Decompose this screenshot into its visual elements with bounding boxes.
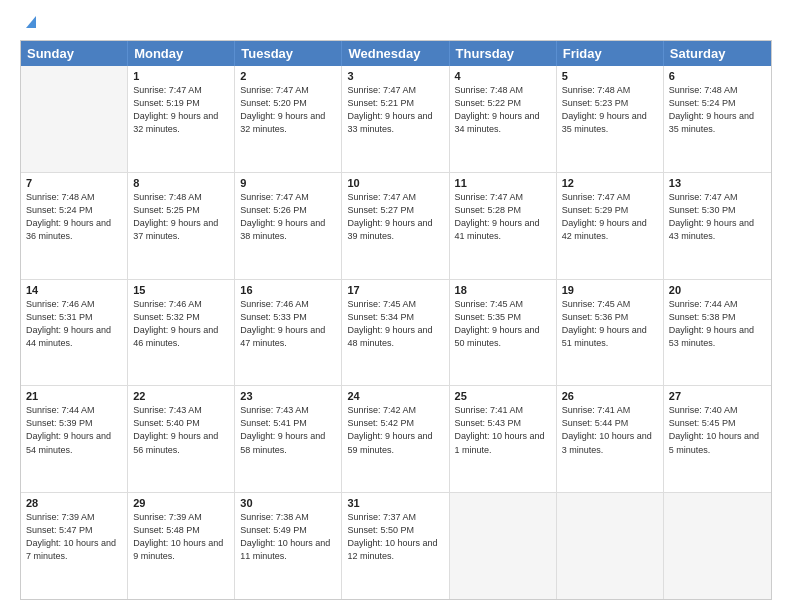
cell-info: Sunrise: 7:40 AM Sunset: 5:45 PM Dayligh…: [669, 404, 766, 456]
calendar-cell: 7Sunrise: 7:48 AM Sunset: 5:24 PM Daylig…: [21, 173, 128, 279]
cell-info: Sunrise: 7:45 AM Sunset: 5:36 PM Dayligh…: [562, 298, 658, 350]
calendar-header: SundayMondayTuesdayWednesdayThursdayFrid…: [21, 41, 771, 66]
calendar-cell: 16Sunrise: 7:46 AM Sunset: 5:33 PM Dayli…: [235, 280, 342, 386]
cell-info: Sunrise: 7:39 AM Sunset: 5:48 PM Dayligh…: [133, 511, 229, 563]
calendar-cell: 3Sunrise: 7:47 AM Sunset: 5:21 PM Daylig…: [342, 66, 449, 172]
calendar-cell: 5Sunrise: 7:48 AM Sunset: 5:23 PM Daylig…: [557, 66, 664, 172]
calendar-header-cell: Tuesday: [235, 41, 342, 66]
day-number: 2: [240, 70, 336, 82]
calendar-header-cell: Sunday: [21, 41, 128, 66]
calendar-cell: 11Sunrise: 7:47 AM Sunset: 5:28 PM Dayli…: [450, 173, 557, 279]
day-number: 10: [347, 177, 443, 189]
day-number: 12: [562, 177, 658, 189]
calendar-cell: [450, 493, 557, 599]
cell-info: Sunrise: 7:47 AM Sunset: 5:27 PM Dayligh…: [347, 191, 443, 243]
day-number: 22: [133, 390, 229, 402]
calendar-cell: 19Sunrise: 7:45 AM Sunset: 5:36 PM Dayli…: [557, 280, 664, 386]
cell-info: Sunrise: 7:47 AM Sunset: 5:30 PM Dayligh…: [669, 191, 766, 243]
calendar-cell: 2Sunrise: 7:47 AM Sunset: 5:20 PM Daylig…: [235, 66, 342, 172]
cell-info: Sunrise: 7:46 AM Sunset: 5:31 PM Dayligh…: [26, 298, 122, 350]
cell-info: Sunrise: 7:47 AM Sunset: 5:21 PM Dayligh…: [347, 84, 443, 136]
day-number: 6: [669, 70, 766, 82]
header: [20, 16, 772, 30]
day-number: 4: [455, 70, 551, 82]
cell-info: Sunrise: 7:43 AM Sunset: 5:40 PM Dayligh…: [133, 404, 229, 456]
calendar-cell: 1Sunrise: 7:47 AM Sunset: 5:19 PM Daylig…: [128, 66, 235, 172]
day-number: 20: [669, 284, 766, 296]
calendar-cell: 8Sunrise: 7:48 AM Sunset: 5:25 PM Daylig…: [128, 173, 235, 279]
cell-info: Sunrise: 7:47 AM Sunset: 5:26 PM Dayligh…: [240, 191, 336, 243]
calendar-cell: 23Sunrise: 7:43 AM Sunset: 5:41 PM Dayli…: [235, 386, 342, 492]
page: SundayMondayTuesdayWednesdayThursdayFrid…: [0, 0, 792, 612]
cell-info: Sunrise: 7:43 AM Sunset: 5:41 PM Dayligh…: [240, 404, 336, 456]
calendar-cell: 31Sunrise: 7:37 AM Sunset: 5:50 PM Dayli…: [342, 493, 449, 599]
day-number: 29: [133, 497, 229, 509]
cell-info: Sunrise: 7:39 AM Sunset: 5:47 PM Dayligh…: [26, 511, 122, 563]
day-number: 11: [455, 177, 551, 189]
calendar-week-row: 1Sunrise: 7:47 AM Sunset: 5:19 PM Daylig…: [21, 66, 771, 173]
cell-info: Sunrise: 7:45 AM Sunset: 5:34 PM Dayligh…: [347, 298, 443, 350]
calendar-cell: 17Sunrise: 7:45 AM Sunset: 5:34 PM Dayli…: [342, 280, 449, 386]
cell-info: Sunrise: 7:48 AM Sunset: 5:24 PM Dayligh…: [26, 191, 122, 243]
calendar-cell: 21Sunrise: 7:44 AM Sunset: 5:39 PM Dayli…: [21, 386, 128, 492]
calendar-header-cell: Friday: [557, 41, 664, 66]
day-number: 1: [133, 70, 229, 82]
day-number: 18: [455, 284, 551, 296]
day-number: 28: [26, 497, 122, 509]
cell-info: Sunrise: 7:47 AM Sunset: 5:28 PM Dayligh…: [455, 191, 551, 243]
cell-info: Sunrise: 7:41 AM Sunset: 5:43 PM Dayligh…: [455, 404, 551, 456]
day-number: 27: [669, 390, 766, 402]
calendar-cell: 14Sunrise: 7:46 AM Sunset: 5:31 PM Dayli…: [21, 280, 128, 386]
calendar-cell: 15Sunrise: 7:46 AM Sunset: 5:32 PM Dayli…: [128, 280, 235, 386]
cell-info: Sunrise: 7:48 AM Sunset: 5:25 PM Dayligh…: [133, 191, 229, 243]
day-number: 21: [26, 390, 122, 402]
calendar-cell: 12Sunrise: 7:47 AM Sunset: 5:29 PM Dayli…: [557, 173, 664, 279]
day-number: 31: [347, 497, 443, 509]
cell-info: Sunrise: 7:45 AM Sunset: 5:35 PM Dayligh…: [455, 298, 551, 350]
cell-info: Sunrise: 7:47 AM Sunset: 5:19 PM Dayligh…: [133, 84, 229, 136]
calendar-week-row: 7Sunrise: 7:48 AM Sunset: 5:24 PM Daylig…: [21, 173, 771, 280]
calendar-cell: 30Sunrise: 7:38 AM Sunset: 5:49 PM Dayli…: [235, 493, 342, 599]
calendar-cell: [557, 493, 664, 599]
cell-info: Sunrise: 7:37 AM Sunset: 5:50 PM Dayligh…: [347, 511, 443, 563]
calendar-cell: [21, 66, 128, 172]
day-number: 19: [562, 284, 658, 296]
cell-info: Sunrise: 7:47 AM Sunset: 5:20 PM Dayligh…: [240, 84, 336, 136]
calendar-cell: 27Sunrise: 7:40 AM Sunset: 5:45 PM Dayli…: [664, 386, 771, 492]
calendar-cell: 26Sunrise: 7:41 AM Sunset: 5:44 PM Dayli…: [557, 386, 664, 492]
calendar-header-cell: Monday: [128, 41, 235, 66]
calendar-week-row: 14Sunrise: 7:46 AM Sunset: 5:31 PM Dayli…: [21, 280, 771, 387]
calendar-cell: 9Sunrise: 7:47 AM Sunset: 5:26 PM Daylig…: [235, 173, 342, 279]
cell-info: Sunrise: 7:41 AM Sunset: 5:44 PM Dayligh…: [562, 404, 658, 456]
cell-info: Sunrise: 7:48 AM Sunset: 5:22 PM Dayligh…: [455, 84, 551, 136]
svg-marker-0: [26, 16, 36, 28]
cell-info: Sunrise: 7:44 AM Sunset: 5:38 PM Dayligh…: [669, 298, 766, 350]
calendar-cell: 6Sunrise: 7:48 AM Sunset: 5:24 PM Daylig…: [664, 66, 771, 172]
day-number: 13: [669, 177, 766, 189]
calendar-header-cell: Wednesday: [342, 41, 449, 66]
calendar-cell: 13Sunrise: 7:47 AM Sunset: 5:30 PM Dayli…: [664, 173, 771, 279]
calendar-cell: 4Sunrise: 7:48 AM Sunset: 5:22 PM Daylig…: [450, 66, 557, 172]
calendar-cell: 20Sunrise: 7:44 AM Sunset: 5:38 PM Dayli…: [664, 280, 771, 386]
cell-info: Sunrise: 7:38 AM Sunset: 5:49 PM Dayligh…: [240, 511, 336, 563]
calendar-cell: 10Sunrise: 7:47 AM Sunset: 5:27 PM Dayli…: [342, 173, 449, 279]
calendar-week-row: 21Sunrise: 7:44 AM Sunset: 5:39 PM Dayli…: [21, 386, 771, 493]
day-number: 7: [26, 177, 122, 189]
day-number: 8: [133, 177, 229, 189]
calendar-cell: 25Sunrise: 7:41 AM Sunset: 5:43 PM Dayli…: [450, 386, 557, 492]
cell-info: Sunrise: 7:48 AM Sunset: 5:24 PM Dayligh…: [669, 84, 766, 136]
calendar-week-row: 28Sunrise: 7:39 AM Sunset: 5:47 PM Dayli…: [21, 493, 771, 599]
calendar-cell: 24Sunrise: 7:42 AM Sunset: 5:42 PM Dayli…: [342, 386, 449, 492]
calendar-cell: 28Sunrise: 7:39 AM Sunset: 5:47 PM Dayli…: [21, 493, 128, 599]
logo: [20, 16, 40, 30]
cell-info: Sunrise: 7:48 AM Sunset: 5:23 PM Dayligh…: [562, 84, 658, 136]
day-number: 5: [562, 70, 658, 82]
day-number: 9: [240, 177, 336, 189]
calendar-cell: 18Sunrise: 7:45 AM Sunset: 5:35 PM Dayli…: [450, 280, 557, 386]
cell-info: Sunrise: 7:47 AM Sunset: 5:29 PM Dayligh…: [562, 191, 658, 243]
cell-info: Sunrise: 7:44 AM Sunset: 5:39 PM Dayligh…: [26, 404, 122, 456]
calendar-cell: 29Sunrise: 7:39 AM Sunset: 5:48 PM Dayli…: [128, 493, 235, 599]
calendar-body: 1Sunrise: 7:47 AM Sunset: 5:19 PM Daylig…: [21, 66, 771, 599]
cell-info: Sunrise: 7:42 AM Sunset: 5:42 PM Dayligh…: [347, 404, 443, 456]
cell-info: Sunrise: 7:46 AM Sunset: 5:32 PM Dayligh…: [133, 298, 229, 350]
